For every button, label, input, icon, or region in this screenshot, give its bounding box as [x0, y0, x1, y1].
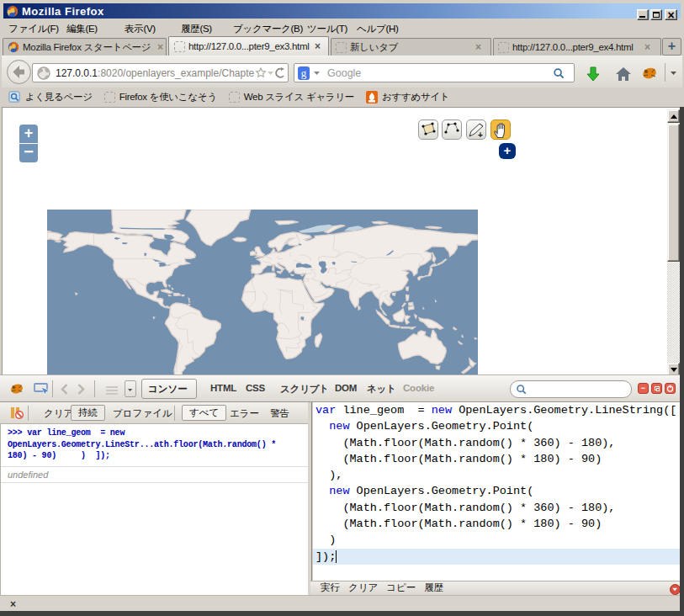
- svg-text:+: +: [478, 130, 483, 139]
